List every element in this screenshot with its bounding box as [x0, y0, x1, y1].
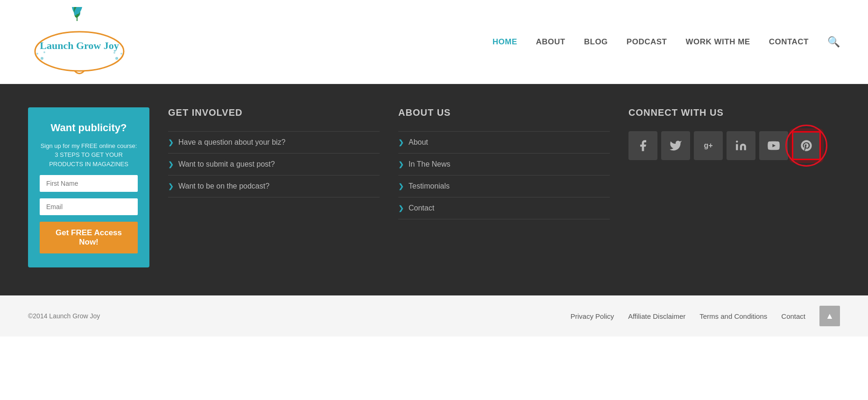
get-involved-column: GET INVOLVED ❯ Have a question about you…: [168, 107, 380, 267]
svg-point-4: [35, 32, 124, 71]
about-us-column: ABOUT US ❯ About ❯ In The News ❯ Testimo…: [398, 107, 610, 267]
back-to-top-button[interactable]: ▲: [819, 306, 840, 326]
facebook-button[interactable]: [628, 131, 657, 160]
svg-point-12: [736, 140, 738, 142]
signup-firstname-input[interactable]: [40, 175, 138, 192]
chevron-icon: ❯: [398, 182, 404, 190]
about-us-link-4[interactable]: ❯ Contact: [398, 197, 610, 219]
logo[interactable]: Launch Grow Joy: [28, 7, 131, 77]
about-us-link-4-label: Contact: [409, 204, 434, 212]
footer-bottom: ©2014 Launch Grow Joy Privacy Policy Aff…: [0, 295, 868, 337]
twitter-button[interactable]: [661, 131, 690, 160]
get-involved-heading: GET INVOLVED: [168, 107, 380, 118]
about-us-link-3-label: Testimonials: [409, 182, 450, 190]
main-nav: HOME ABOUT BLOG PODCAST WORK WITH ME CON…: [493, 36, 840, 48]
google-plus-button[interactable]: g+: [694, 131, 723, 160]
nav-home[interactable]: HOME: [493, 37, 517, 47]
signup-description: Sign up for my FREE online course: 3 STE…: [40, 141, 138, 169]
connect-column: CONNECT WITH US g+: [628, 107, 840, 267]
signup-box: Want publicity? Sign up for my FREE onli…: [28, 107, 149, 267]
chevron-icon: ❯: [168, 139, 174, 146]
connect-heading: CONNECT WITH US: [628, 107, 840, 118]
chevron-icon: ❯: [398, 161, 404, 168]
about-us-heading: ABOUT US: [398, 107, 610, 118]
about-us-link-3[interactable]: ❯ Testimonials: [398, 175, 610, 197]
get-involved-link-2[interactable]: ❯ Want to submit a guest post?: [168, 154, 380, 175]
search-icon[interactable]: 🔍: [827, 36, 840, 48]
signup-title: Want publicity?: [51, 121, 127, 135]
privacy-policy-link[interactable]: Privacy Policy: [571, 312, 614, 320]
svg-point-9: [120, 53, 122, 55]
footer-main: Want publicity? Sign up for my FREE onli…: [0, 84, 868, 295]
chevron-icon: ❯: [168, 182, 174, 190]
nav-work-with-me[interactable]: WORK WITH ME: [685, 37, 750, 47]
svg-point-6: [36, 53, 38, 55]
about-us-link-2[interactable]: ❯ In The News: [398, 154, 610, 175]
chevron-icon: ❯: [398, 204, 404, 212]
get-involved-link-1[interactable]: ❯ Have a question about your biz?: [168, 131, 380, 154]
youtube-button[interactable]: [759, 131, 788, 160]
linkedin-button[interactable]: [727, 131, 755, 160]
nav-about[interactable]: ABOUT: [536, 37, 565, 47]
get-involved-link-3-label: Want to be on the podcast?: [178, 182, 269, 190]
contact-bottom-link[interactable]: Contact: [781, 312, 805, 320]
svg-point-5: [41, 57, 43, 60]
about-us-link-1[interactable]: ❯ About: [398, 131, 610, 154]
chevron-icon: ❯: [168, 161, 174, 168]
footer-bottom-links: Privacy Policy Affiliate Disclaimer Term…: [571, 306, 840, 326]
pinterest-button[interactable]: [792, 131, 821, 160]
header: Launch Grow Joy HOME ABOUT BLOG PODCAST …: [0, 0, 868, 84]
svg-point-10: [113, 52, 115, 54]
get-involved-link-3[interactable]: ❯ Want to be on the podcast?: [168, 175, 380, 197]
about-us-link-1-label: About: [409, 138, 428, 147]
nav-blog[interactable]: BLOG: [584, 37, 608, 47]
svg-text:Launch Grow Joy: Launch Grow Joy: [40, 40, 119, 51]
nav-podcast[interactable]: PODCAST: [627, 37, 667, 47]
svg-point-8: [115, 57, 118, 60]
copyright-text: ©2014 Launch Grow Joy: [28, 312, 100, 320]
svg-point-7: [43, 51, 45, 53]
signup-email-input[interactable]: [40, 198, 138, 215]
nav-contact[interactable]: CONTACT: [769, 37, 809, 47]
get-involved-link-1-label: Have a question about your biz?: [178, 138, 285, 147]
chevron-icon: ❯: [398, 139, 404, 146]
about-us-link-2-label: In The News: [409, 160, 451, 168]
terms-conditions-link[interactable]: Terms and Conditions: [699, 312, 767, 320]
social-grid: g+: [628, 131, 840, 160]
affiliate-disclaimer-link[interactable]: Affiliate Disclaimer: [628, 312, 685, 320]
signup-submit-button[interactable]: Get FREE Access Now!: [40, 222, 138, 253]
get-involved-link-2-label: Want to submit a guest post?: [178, 160, 275, 168]
